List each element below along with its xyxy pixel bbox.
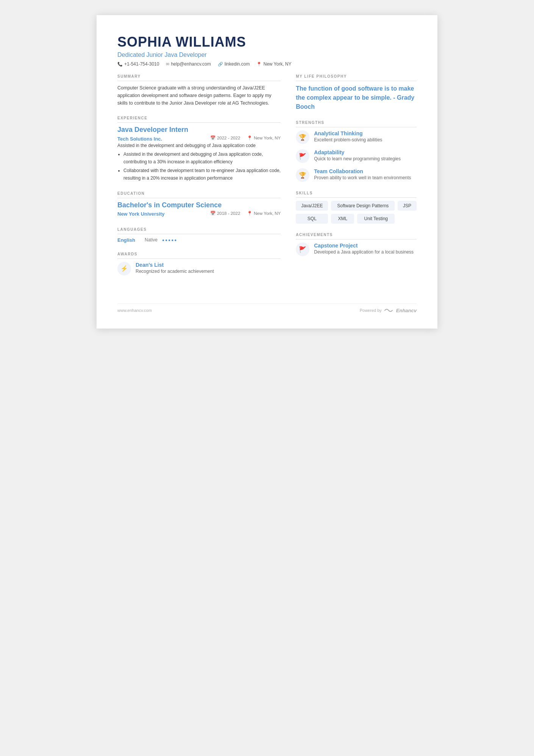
education-label: EDUCATION: [117, 191, 281, 198]
skills-grid: Java/J2EE Software Design Patterns JSP S…: [296, 201, 417, 224]
location-value: New York, NY: [263, 61, 291, 67]
skills-section: SKILLS Java/J2EE Software Design Pattern…: [296, 191, 417, 224]
email-contact: ✉ help@enhancv.com: [166, 61, 211, 67]
awards-label: AWARDS: [117, 252, 281, 259]
job-location: 📍 New York, NY: [247, 135, 281, 141]
achievement-item: 🚩 Capstone Project Developed a Java appl…: [296, 243, 417, 256]
job-item: Java Developer Intern Tech Solutions Inc…: [117, 126, 281, 182]
job-bullets: Assisted in the development and debuggin…: [117, 150, 281, 182]
award-description: Recognized for academic achievement: [136, 269, 214, 274]
achievements-label: ACHIEVEMENTS: [296, 233, 417, 239]
languages-section: LANGUAGES English Native ●●●●●: [117, 227, 281, 243]
summary-label: SUMMARY: [117, 74, 281, 81]
bullet-item: Assisted in the development and debuggin…: [123, 150, 281, 166]
enhancv-symbol-svg: [384, 308, 395, 313]
footer-brand: Powered by Enhancv: [360, 308, 417, 313]
bullet-item: Collaborated with the development team t…: [123, 167, 281, 182]
linkedin-value: linkedin.com: [225, 61, 250, 67]
skill-tag-2: JSP: [398, 201, 417, 211]
phone-icon: 📞: [117, 62, 123, 67]
email-icon: ✉: [166, 62, 169, 67]
skill-tag-5: Unit Testing: [357, 214, 395, 224]
strengths-label: STRENGTHS: [296, 121, 417, 127]
achievement-icon: 🚩: [299, 246, 306, 253]
achievement-icon-wrap: 🚩: [296, 243, 309, 256]
flag-icon: 🚩: [299, 153, 306, 160]
award-item: ⚡ Dean's List Recognized for academic ac…: [117, 262, 281, 275]
calendar-icon: 📅: [210, 211, 215, 216]
education-section: EDUCATION Bachelor's in Computer Science…: [117, 191, 281, 218]
phone-contact: 📞 +1-541-754-3010: [117, 61, 159, 67]
lightning-icon: ⚡: [120, 265, 128, 272]
strength-content-3: Team Collaboration Proven ability to wor…: [314, 168, 411, 180]
right-column: MY LIFE PHILOSOPHY The function of good …: [296, 74, 417, 285]
language-level: Native: [145, 237, 158, 243]
achievement-description: Developed a Java application for a local…: [314, 249, 414, 255]
footer-website: www.enhancv.com: [117, 308, 152, 313]
main-layout: SUMMARY Computer Science graduate with a…: [117, 74, 417, 285]
strengths-section: STRENGTHS 🏆 Analytical Thinking Excellen…: [296, 121, 417, 182]
award-icon-wrap: ⚡: [117, 262, 131, 275]
pin-icon: 📍: [247, 135, 252, 141]
philosophy-text: The function of good software is to make…: [296, 84, 417, 111]
language-row: English Native ●●●●●: [117, 237, 281, 243]
calendar-icon: 📅: [210, 135, 215, 141]
strength-item-2: 🚩 Adaptability Quick to learn new progra…: [296, 149, 417, 163]
award-content: Dean's List Recognized for academic achi…: [136, 262, 214, 274]
contact-row: 📞 +1-541-754-3010 ✉ help@enhancv.com 🔗 l…: [117, 61, 417, 67]
summary-section: SUMMARY Computer Science graduate with a…: [117, 74, 281, 107]
strength-item-1: 🏆 Analytical Thinking Excellent problem-…: [296, 130, 417, 144]
language-dots: ●●●●●: [162, 238, 177, 242]
candidate-name: SOPHIA WILLIAMS: [117, 34, 417, 50]
resume-page: SOPHIA WILLIAMS Dedicated Junior Java De…: [97, 15, 437, 329]
edu-date: 📅 2018 - 2022: [210, 211, 240, 216]
trophy-icon-2: 🏆: [299, 172, 306, 179]
experience-label: EXPERIENCE: [117, 116, 281, 123]
skill-tag-0: Java/J2EE: [296, 201, 328, 211]
strength-title-3: Team Collaboration: [314, 168, 411, 174]
phone-value: +1-541-754-3010: [124, 61, 159, 67]
company-meta-row: Tech Solutions Inc. 📅 2022 - 2022 📍 New …: [117, 135, 281, 143]
location-icon: 📍: [256, 62, 262, 67]
strength-desc-2: Quick to learn new programming strategie…: [314, 156, 401, 161]
philosophy-section: MY LIFE PHILOSOPHY The function of good …: [296, 74, 417, 111]
job-meta: 📅 2022 - 2022 📍 New York, NY: [210, 135, 281, 141]
location-contact: 📍 New York, NY: [256, 61, 291, 67]
skill-tag-3: SQL: [296, 214, 328, 224]
company-name: Tech Solutions Inc.: [117, 136, 162, 142]
edu-meta-row: New York University 📅 2018 - 2022 📍 New …: [117, 210, 281, 218]
philosophy-label: MY LIFE PHILOSOPHY: [296, 74, 417, 81]
edu-item: Bachelor's in Computer Science New York …: [117, 201, 281, 218]
powered-by-text: Powered by: [360, 308, 382, 313]
edu-meta: 📅 2018 - 2022 📍 New York, NY: [210, 211, 281, 216]
footer: www.enhancv.com Powered by Enhancv: [117, 304, 417, 313]
trophy-icon: 🏆: [299, 134, 306, 141]
strength-content-2: Adaptability Quick to learn new programm…: [314, 149, 401, 161]
strength-desc-1: Excellent problem-solving abilities: [314, 137, 382, 142]
awards-section: AWARDS ⚡ Dean's List Recognized for acad…: [117, 252, 281, 275]
brand-name: Enhancv: [396, 308, 417, 313]
link-icon: 🔗: [218, 62, 223, 67]
summary-text: Computer Science graduate with a strong …: [117, 84, 281, 107]
experience-section: EXPERIENCE Java Developer Intern Tech So…: [117, 116, 281, 182]
candidate-title: Dedicated Junior Java Developer: [117, 52, 417, 58]
header-section: SOPHIA WILLIAMS Dedicated Junior Java De…: [117, 34, 417, 67]
strength-title-1: Analytical Thinking: [314, 130, 382, 136]
strength-content-1: Analytical Thinking Excellent problem-so…: [314, 130, 382, 142]
email-value: help@enhancv.com: [171, 61, 211, 67]
job-description: Assisted in the development and debuggin…: [117, 143, 281, 148]
job-date: 📅 2022 - 2022: [210, 135, 240, 141]
achievements-section: ACHIEVEMENTS 🚩 Capstone Project Develope…: [296, 233, 417, 256]
strength-icon-wrap-1: 🏆: [296, 130, 309, 144]
strength-icon-wrap-2: 🚩: [296, 149, 309, 163]
strength-item-3: 🏆 Team Collaboration Proven ability to w…: [296, 168, 417, 182]
strength-title-2: Adaptability: [314, 149, 401, 155]
languages-label: LANGUAGES: [117, 227, 281, 234]
strength-icon-wrap-3: 🏆: [296, 168, 309, 182]
edu-degree: Bachelor's in Computer Science: [117, 201, 281, 209]
skills-label: SKILLS: [296, 191, 417, 198]
achievement-title: Capstone Project: [314, 243, 414, 249]
language-name: English: [117, 237, 140, 243]
skill-tag-1: Software Design Patterns: [331, 201, 395, 211]
edu-location: 📍 New York, NY: [247, 211, 281, 216]
